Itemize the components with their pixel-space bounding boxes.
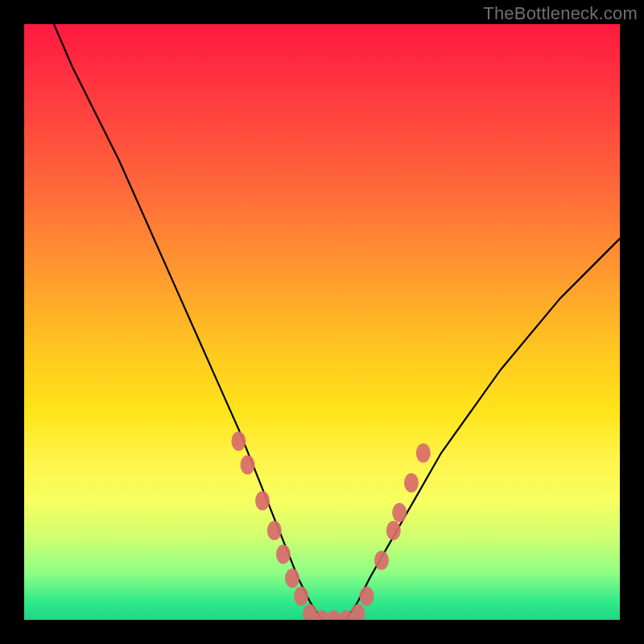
curve-marker (360, 586, 374, 605)
curve-marker (276, 545, 291, 564)
bottleneck-curve-line (54, 24, 620, 620)
curve-marker (392, 503, 407, 522)
chart-frame: TheBottleneck.com (0, 0, 644, 644)
curve-marker (285, 568, 299, 588)
curve-marker (386, 521, 401, 540)
curve-marker (255, 491, 270, 510)
curve-marker (267, 521, 282, 540)
watermark-text: TheBottleneck.com (483, 3, 638, 24)
curve-marker (294, 586, 308, 605)
curve-marker (350, 605, 365, 620)
curve-marker (231, 431, 246, 451)
curve-marker (416, 444, 431, 463)
plot-area (24, 24, 620, 620)
curve-marker (241, 456, 255, 475)
curve-marker (374, 551, 389, 570)
curve-marker (404, 473, 419, 493)
chart-svg (24, 24, 620, 620)
